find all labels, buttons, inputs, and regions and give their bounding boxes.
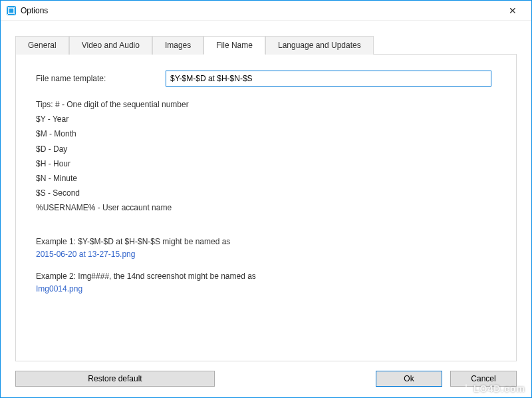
template-label: File name template: bbox=[36, 73, 166, 85]
tip-day: $D - Day bbox=[36, 142, 496, 156]
tab-file-name[interactable]: File Name bbox=[203, 36, 265, 55]
example-1-line1: Example 1: $Y-$M-$D at $H-$N-$S might be… bbox=[36, 236, 496, 248]
tip-month: $M - Month bbox=[36, 126, 496, 141]
tab-language-updates[interactable]: Language and Updates bbox=[265, 36, 374, 55]
tip-year: $Y - Year bbox=[36, 112, 496, 126]
titlebar: Options ✕ bbox=[1, 1, 531, 21]
example-1: Example 1: $Y-$M-$D at $H-$N-$S might be… bbox=[36, 236, 496, 261]
options-window: Options ✕ General Video and Audio Images… bbox=[0, 0, 532, 398]
tip-username: %USERNAME% - User accaunt name bbox=[36, 200, 496, 215]
download-icon bbox=[462, 384, 471, 393]
example-2-line1: Example 2: Img####, the 14nd screenshot … bbox=[36, 270, 496, 283]
example-1-line2: 2015-06-20 at 13-27-15.png bbox=[36, 248, 496, 261]
watermark: LO4D.com bbox=[462, 383, 525, 394]
tips-header: Tips: # - One digit of the sequential nu… bbox=[36, 97, 496, 112]
tab-video-audio[interactable]: Video and Audio bbox=[69, 36, 152, 55]
app-icon bbox=[6, 5, 17, 16]
examples-block: Example 1: $Y-$M-$D at $H-$N-$S might be… bbox=[36, 236, 496, 296]
close-icon: ✕ bbox=[509, 5, 517, 16]
tab-general[interactable]: General bbox=[15, 36, 69, 55]
tips-block: Tips: # - One digit of the sequential nu… bbox=[36, 97, 496, 216]
example-2: Example 2: Img####, the 14nd screenshot … bbox=[36, 270, 496, 296]
button-bar: Restore default Ok Cancel bbox=[1, 361, 531, 397]
content-area: General Video and Audio Images File Name… bbox=[1, 21, 531, 361]
example-2-line2: Img0014.png bbox=[36, 283, 496, 296]
tip-second: $S - Second bbox=[36, 186, 496, 200]
watermark-text: LO4D.com bbox=[473, 383, 525, 394]
ok-button[interactable]: Ok bbox=[376, 371, 442, 387]
tab-images[interactable]: Images bbox=[152, 36, 203, 55]
panel-file-name: File name template: Tips: # - One digit … bbox=[15, 55, 517, 361]
tab-bar: General Video and Audio Images File Name… bbox=[15, 35, 517, 55]
template-input[interactable] bbox=[166, 71, 491, 87]
close-button[interactable]: ✕ bbox=[499, 1, 526, 20]
window-title: Options bbox=[21, 6, 499, 15]
restore-default-button[interactable]: Restore default bbox=[15, 371, 215, 387]
template-row: File name template: bbox=[36, 71, 496, 87]
tip-minute: $N - Minute bbox=[36, 171, 496, 186]
tip-hour: $H - Hour bbox=[36, 156, 496, 171]
